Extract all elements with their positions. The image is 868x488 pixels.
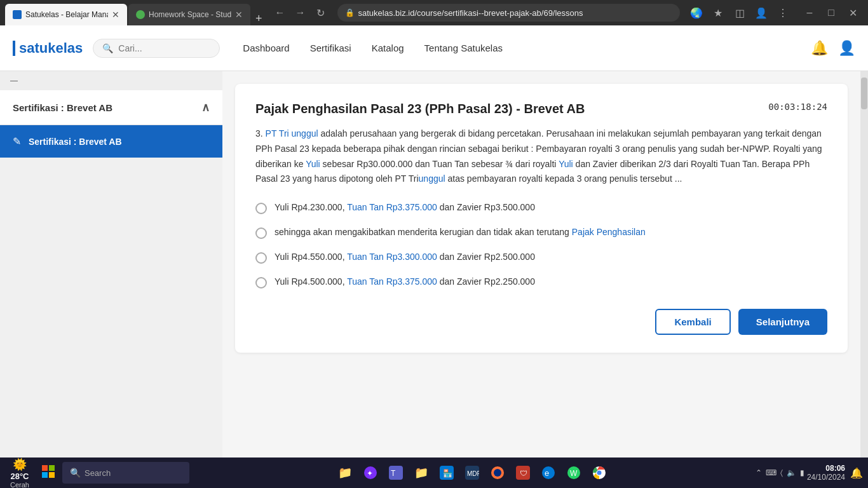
svg-text:T: T — [391, 469, 396, 478]
svg-point-13 — [494, 469, 501, 477]
browser-controls: ← → ↻ — [271, 4, 330, 22]
search-box[interactable]: 🔍 — [93, 39, 220, 58]
taskbar-file-explorer[interactable]: 📁 — [333, 461, 357, 485]
option-b-radio[interactable] — [255, 227, 267, 239]
kembali-button[interactable]: Kembali — [655, 309, 730, 335]
bookmark-icon[interactable]: ★ — [709, 4, 727, 22]
taskbar-search-box[interactable]: 🔍 Search — [62, 462, 189, 484]
q-highlight-pt: PT Tri unggul — [266, 128, 318, 139]
logo-text: satukelas — [19, 40, 83, 57]
sidebar-header[interactable]: Sertifikasi : Brevet AB ∧ — [0, 90, 222, 125]
taskbar-mdp[interactable]: MDP — [460, 461, 484, 485]
option-d[interactable]: Yuli Rp4.500.000, Tuan Tan Rp3.375.000 d… — [255, 276, 827, 288]
tray-battery: ▮ — [800, 468, 804, 477]
tray-volume[interactable]: 🔈 — [787, 468, 796, 477]
nav-tentang[interactable]: Tentang Satukelas — [424, 43, 503, 53]
svg-text:✦: ✦ — [367, 469, 373, 478]
extensions-icon[interactable]: ◫ — [731, 4, 749, 22]
taskbar-clock[interactable]: 08:06 24/10/2024 — [807, 464, 845, 482]
new-tab-button[interactable]: + — [252, 12, 266, 25]
taskbar-copilot[interactable]: ✦ — [358, 461, 383, 485]
taskbar-notification-bell[interactable]: 🔔 — [850, 467, 863, 479]
nav-sertifikasi[interactable]: Sertifikasi — [310, 43, 351, 53]
tab-studyx-close[interactable]: ✕ — [235, 10, 243, 20]
tab-satukelas-close[interactable]: ✕ — [112, 10, 119, 20]
scroll-thumb[interactable] — [861, 78, 867, 109]
tray-keyboard: ⌨ — [766, 468, 776, 477]
taskbar-store[interactable]: 🏪 — [435, 461, 459, 485]
back-button[interactable]: ← — [271, 4, 289, 22]
browser-actions: 🌏 ★ ◫ 👤 ⋮ — [688, 4, 792, 22]
main-layout: — Sertifikasi : Brevet AB ∧ ✎ Sertifikas… — [0, 71, 868, 458]
tab-studyx-label: Homework Space - StudyX — [149, 10, 231, 19]
selanjutnya-button[interactable]: Selanjutnya — [738, 309, 827, 335]
tray-wifi[interactable]: 〈 — [780, 468, 783, 477]
clock-date: 24/10/2024 — [807, 473, 845, 482]
nav-user-icons: 🔔 👤 — [811, 40, 855, 57]
edit-icon: ✎ — [13, 135, 21, 147]
taskbar-files[interactable]: 📁 — [409, 461, 433, 485]
satukelas-favicon — [13, 10, 22, 19]
browser-chrome: Satukelas - Belajar Manajemen ✕ Homework… — [0, 0, 868, 25]
maximize-button[interactable]: □ — [821, 3, 841, 23]
taskbar-weather: 🌞 28°C Cerah — [5, 458, 34, 489]
refresh-button[interactable]: ↻ — [312, 4, 330, 22]
svg-rect-2 — [42, 472, 48, 478]
nav-katalog[interactable]: Katalog — [372, 43, 404, 53]
forward-button[interactable]: → — [292, 4, 309, 22]
start-button[interactable] — [37, 463, 60, 484]
window-controls: – □ ✕ — [799, 3, 863, 23]
taskbar-firefox[interactable] — [485, 461, 510, 485]
taskbar-chrome[interactable] — [587, 461, 611, 485]
option-b[interactable]: sehingga akan mengakibatkan menderita ke… — [255, 227, 827, 239]
clock-time: 08:06 — [807, 464, 845, 473]
tab-satukelas[interactable]: Satukelas - Belajar Manajemen ✕ — [5, 4, 127, 25]
svg-rect-1 — [49, 465, 55, 471]
taskbar-teams[interactable]: T — [384, 461, 408, 485]
sidebar-breadcrumb: — — [0, 71, 222, 90]
option-a-text: Yuli Rp4.230.000, Tuan Tan Rp3.375.000 d… — [275, 202, 535, 212]
taskbar-edge[interactable]: e — [536, 461, 560, 485]
profile-icon[interactable]: 👤 — [752, 4, 770, 22]
tray-chevron[interactable]: ⌃ — [756, 468, 762, 477]
search-input[interactable] — [118, 43, 210, 53]
minimize-button[interactable]: – — [799, 3, 820, 23]
svg-text:MDP: MDP — [467, 470, 479, 477]
menu-icon[interactable]: ⋮ — [774, 4, 792, 22]
address-bar[interactable]: 🔒 satukelas.biz.id/course/sertifikasi--b… — [337, 4, 680, 22]
question-title: Pajak Penghasilan Pasal 23 (PPh Pasal 23… — [255, 102, 585, 116]
user-profile-icon[interactable]: 👤 — [838, 40, 855, 57]
option-c[interactable]: Yuli Rp4.550.000, Tuan Tan Rp3.300.000 d… — [255, 252, 827, 264]
search-icon: 🔍 — [102, 43, 113, 53]
sidebar-item-sertifikasi[interactable]: ✎ Sertifikasi : Brevet AB — [0, 125, 222, 158]
option-c-radio[interactable] — [255, 252, 267, 264]
close-button[interactable]: ✕ — [843, 3, 863, 23]
option-a-radio[interactable] — [255, 203, 267, 214]
notification-bell-icon[interactable]: 🔔 — [811, 40, 828, 57]
tab-studyx[interactable]: Homework Space - StudyX ✕ — [128, 4, 250, 25]
chevron-up-icon: ∧ — [201, 100, 210, 114]
scrollbar[interactable] — [860, 71, 868, 458]
sidebar: — Sertifikasi : Brevet AB ∧ ✎ Sertifikas… — [0, 71, 222, 458]
logo-bar — [13, 41, 15, 56]
option-a[interactable]: Yuli Rp4.230.000, Tuan Tan Rp3.375.000 d… — [255, 202, 827, 214]
option-c-text: Yuli Rp4.550.000, Tuan Tan Rp3.300.000 d… — [275, 252, 535, 262]
studyx-favicon — [136, 10, 145, 19]
q-text-5: atas pembayaran royalti kepada 3 orang p… — [445, 173, 682, 184]
taskbar-whatsapp[interactable]: W — [562, 461, 586, 485]
nav-dashboard[interactable]: Dashboard — [243, 43, 289, 53]
sidebar-item-label: Sertifikasi : Brevet AB — [29, 137, 122, 147]
taskbar-app-icons: 📁 ✦ T 📁 🏪 MDP 🛡 e W — [192, 461, 753, 485]
q-highlight-yuli1: Yuli — [306, 159, 320, 169]
option-d-text: Yuli Rp4.500.000, Tuan Tan Rp3.375.000 d… — [275, 276, 535, 287]
q-text-3: sebesar Rp30.000.000 dan Tuan Tan sebesa… — [320, 159, 559, 169]
taskbar-antivirus[interactable]: 🛡 — [511, 461, 535, 485]
q-text-1: 3. — [255, 128, 266, 139]
q-highlight-unggul: unggul — [419, 173, 445, 184]
lock-icon: 🔒 — [345, 8, 355, 17]
translate-icon[interactable]: 🌏 — [688, 4, 705, 22]
question-header: Pajak Penghasilan Pasal 23 (PPh Pasal 23… — [255, 102, 827, 116]
weather-temp: 28°C — [10, 471, 29, 481]
option-d-radio[interactable] — [255, 277, 267, 288]
question-body: 3. PT Tri unggul adalah perusahaan yang … — [255, 126, 827, 187]
